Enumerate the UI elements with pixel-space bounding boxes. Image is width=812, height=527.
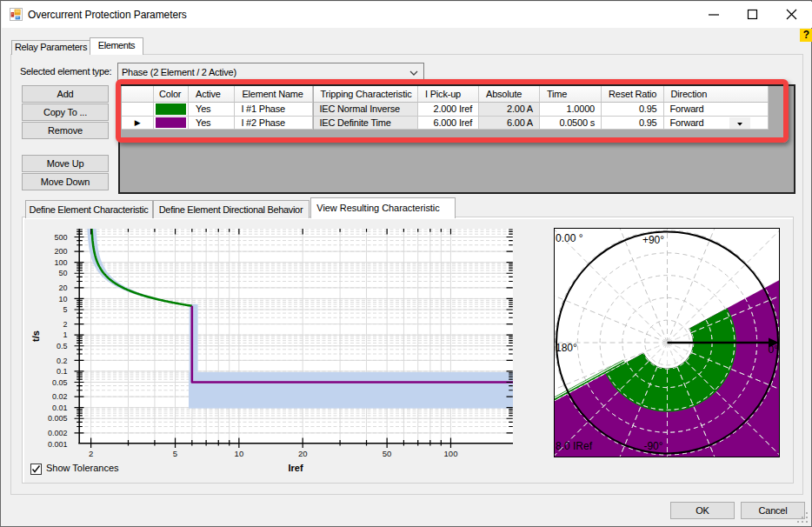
svg-text:50: 50 [383, 449, 392, 458]
svg-text:0.05: 0.05 [52, 378, 68, 387]
svg-text:0.2: 0.2 [57, 357, 68, 365]
svg-text:2: 2 [63, 320, 67, 329]
svg-text:Iref: Iref [288, 463, 303, 473]
svg-text:+90°: +90° [642, 234, 664, 246]
svg-text:5: 5 [173, 449, 177, 458]
svg-text:0.02: 0.02 [52, 392, 68, 401]
svg-text:0.002: 0.002 [48, 429, 68, 437]
svg-text:0.01: 0.01 [52, 404, 68, 412]
svg-text:200: 200 [54, 247, 67, 256]
svg-text:5: 5 [63, 305, 67, 314]
svg-text:1: 1 [63, 330, 67, 339]
svg-text:100: 100 [444, 449, 458, 458]
svg-text:100: 100 [54, 258, 67, 267]
svg-text:0.001: 0.001 [48, 440, 68, 449]
svg-text:500: 500 [54, 233, 67, 242]
svg-text:10: 10 [235, 449, 244, 458]
svg-text:t/s: t/s [30, 330, 41, 342]
svg-text:20: 20 [58, 284, 67, 292]
svg-text:0.00 °: 0.00 ° [556, 232, 583, 244]
svg-text:50: 50 [58, 269, 67, 277]
svg-text:0.5: 0.5 [57, 342, 68, 350]
svg-text:0.1: 0.1 [57, 367, 68, 376]
svg-text:180°: 180° [556, 342, 577, 354]
svg-text:0°: 0° [769, 344, 779, 356]
svg-text:20: 20 [298, 449, 308, 458]
svg-text:2: 2 [89, 449, 93, 458]
svg-text:8.0 IRef: 8.0 IRef [556, 440, 593, 452]
svg-text:-90°: -90° [643, 440, 662, 452]
svg-text:10: 10 [58, 295, 67, 304]
svg-text:0.005: 0.005 [48, 414, 68, 423]
